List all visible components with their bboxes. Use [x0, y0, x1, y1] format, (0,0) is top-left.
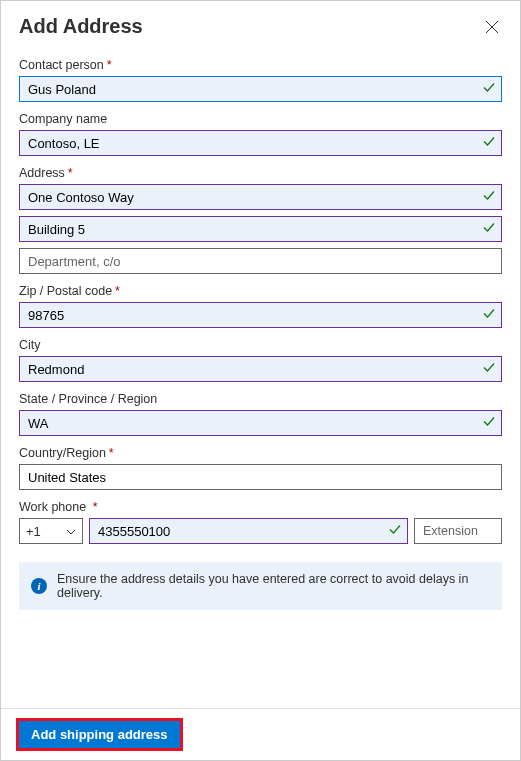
city-field: City: [19, 338, 502, 382]
required-mark: *: [68, 166, 73, 180]
close-button[interactable]: [482, 17, 502, 37]
phone-country-code-select[interactable]: +1: [19, 518, 83, 544]
panel-footer: Add shipping address: [1, 708, 520, 760]
panel-header: Add Address: [19, 15, 502, 38]
contact-person-label: Contact person*: [19, 58, 502, 72]
info-message: i Ensure the address details you have en…: [19, 562, 502, 610]
required-mark: *: [115, 284, 120, 298]
company-name-label: Company name: [19, 112, 502, 126]
zip-label: Zip / Postal code*: [19, 284, 502, 298]
company-name-input[interactable]: [19, 130, 502, 156]
chevron-down-icon: [66, 525, 76, 537]
state-field: State / Province / Region: [19, 392, 502, 436]
address-line1-input[interactable]: [19, 184, 502, 210]
add-shipping-address-button[interactable]: Add shipping address: [19, 721, 180, 748]
contact-person-input[interactable]: [19, 76, 502, 102]
contact-person-field: Contact person*: [19, 58, 502, 102]
close-icon: [485, 20, 499, 34]
company-name-field: Company name: [19, 112, 502, 156]
required-mark: *: [109, 446, 114, 460]
info-icon: i: [31, 578, 47, 594]
work-phone-label: Work phone *: [19, 500, 502, 514]
city-label: City: [19, 338, 502, 352]
address-field: Address*: [19, 166, 502, 274]
country-label: Country/Region*: [19, 446, 502, 460]
zip-input[interactable]: [19, 302, 502, 328]
phone-number-input[interactable]: [89, 518, 408, 544]
state-label: State / Province / Region: [19, 392, 502, 406]
phone-country-code-value: +1: [26, 524, 41, 539]
address-label: Address*: [19, 166, 502, 180]
work-phone-field: Work phone * +1: [19, 500, 502, 544]
address-line3-input[interactable]: [19, 248, 502, 274]
required-mark: *: [93, 500, 98, 514]
city-input[interactable]: [19, 356, 502, 382]
state-input[interactable]: [19, 410, 502, 436]
address-line2-input[interactable]: [19, 216, 502, 242]
country-input[interactable]: [19, 464, 502, 490]
phone-extension-input[interactable]: [414, 518, 502, 544]
panel-title: Add Address: [19, 15, 143, 38]
country-field: Country/Region*: [19, 446, 502, 490]
zip-field: Zip / Postal code*: [19, 284, 502, 328]
add-address-panel: Add Address Contact person* Company name…: [0, 0, 521, 761]
info-text: Ensure the address details you have ente…: [57, 572, 490, 600]
required-mark: *: [107, 58, 112, 72]
